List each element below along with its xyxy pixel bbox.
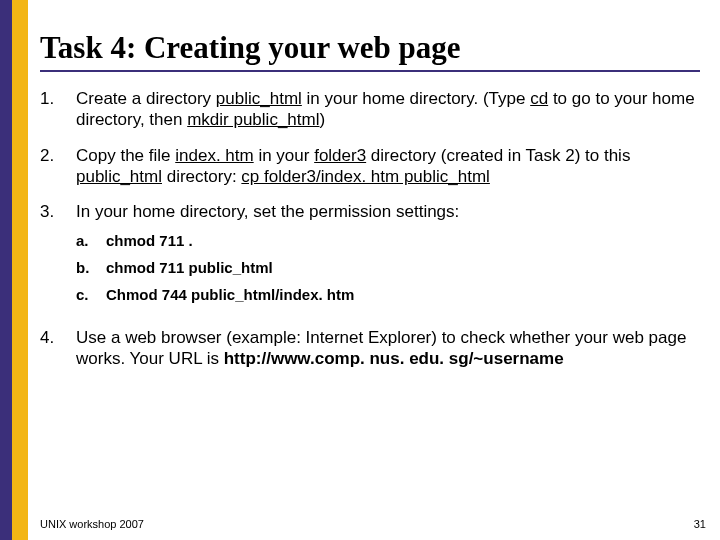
left-stripe-gold	[12, 0, 28, 540]
sub-list-item: b.chmod 711 public_html	[76, 259, 700, 278]
text-run: Create a directory	[76, 89, 216, 108]
item-body: In your home directory, set the permissi…	[76, 201, 700, 313]
item-body: Copy the file index. htm in your folder3…	[76, 145, 700, 188]
text-run: in your home directory. (Type	[302, 89, 530, 108]
sub-item-number: c.	[76, 286, 106, 305]
text-run: public_html	[216, 89, 302, 108]
left-stripe-purple	[0, 0, 12, 540]
list-item: 4.Use a web browser (example: Internet E…	[40, 327, 700, 370]
sub-item-number: b.	[76, 259, 106, 278]
text-run: cp folder3/index. htm public_html	[241, 167, 490, 186]
text-run: http://www.comp. nus. edu. sg/~username	[224, 349, 564, 368]
item-body: Create a directory public_html in your h…	[76, 88, 700, 131]
sub-item-text: chmod 711 public_html	[106, 259, 273, 278]
list-item: 1.Create a directory public_html in your…	[40, 88, 700, 131]
main-list: 1.Create a directory public_html in your…	[40, 88, 700, 369]
list-item: 3.In your home directory, set the permis…	[40, 201, 700, 313]
text-run: in your	[254, 146, 314, 165]
slide-title: Task 4: Creating your web page	[40, 30, 700, 72]
text-run: directory (created in Task 2) to this	[366, 146, 630, 165]
text-run: mkdir public_html	[187, 110, 319, 129]
footer-text: UNIX workshop 2007	[40, 518, 144, 530]
text-run: folder3	[314, 146, 366, 165]
text-run: In your home directory, set the permissi…	[76, 202, 459, 221]
text-run: index. htm	[175, 146, 253, 165]
item-number: 1.	[40, 88, 76, 131]
item-body: Use a web browser (example: Internet Exp…	[76, 327, 700, 370]
text-run: public_html	[76, 167, 162, 186]
item-number: 4.	[40, 327, 76, 370]
item-number: 2.	[40, 145, 76, 188]
sub-item-number: a.	[76, 232, 106, 251]
sub-list-item: c.Chmod 744 public_html/index. htm	[76, 286, 700, 305]
list-item: 2.Copy the file index. htm in your folde…	[40, 145, 700, 188]
sub-item-text: Chmod 744 public_html/index. htm	[106, 286, 354, 305]
sub-item-text: chmod 711 .	[106, 232, 193, 251]
item-number: 3.	[40, 201, 76, 313]
slide-content: Task 4: Creating your web page 1.Create …	[40, 30, 700, 530]
text-run: directory:	[162, 167, 241, 186]
text-run: )	[319, 110, 325, 129]
sub-list-item: a.chmod 711 .	[76, 232, 700, 251]
page-number: 31	[694, 518, 706, 530]
text-run: cd	[530, 89, 548, 108]
sub-list: a.chmod 711 .b.chmod 711 public_htmlc.Ch…	[76, 232, 700, 304]
text-run: Copy the file	[76, 146, 175, 165]
